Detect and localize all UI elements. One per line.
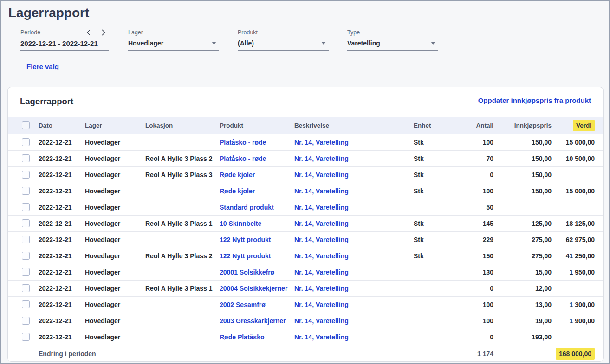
table-footer-row: Endring i perioden 1 174 168 000,00 [8, 345, 603, 362]
cell-verdi: 1 950,00 [552, 264, 603, 280]
table-row: 2022-12-21Hovedlager2002 SesamfrøNr. 14,… [8, 296, 603, 313]
cell-dato: 2022-12-21 [39, 166, 85, 183]
description-link[interactable]: Nr. 14, Varetelling [294, 252, 349, 260]
cell-verdi: 15 000,00 [552, 183, 603, 199]
select-all-checkbox[interactable] [22, 121, 30, 129]
column-header-innkjopspris: Innkjøpspris [493, 117, 552, 134]
cell-innkjopspris: 13,00 [493, 296, 552, 313]
cell-antall: 0 [454, 329, 493, 345]
type-select[interactable]: Varetelling [347, 36, 438, 51]
produkt-field: Produkt (Alle) [238, 29, 329, 51]
row-checkbox[interactable] [22, 317, 30, 325]
cell-lokasjon: Reol A Hylle 3 Plass 1 [145, 215, 220, 231]
more-options-link[interactable]: Flere valg [26, 63, 59, 70]
cell-lokasjon: Reol A Hylle 3 Plass 2 [145, 150, 220, 166]
column-header-antall: Antall [454, 117, 493, 134]
table-row: 2022-12-21HovedlagerStandard produktNr. … [8, 199, 603, 215]
cell-produkt: 20004 Solsikkekjerner [220, 280, 294, 296]
cell-lager: Hovedlager [85, 248, 145, 264]
product-link[interactable]: 10 Skinnbelte [220, 220, 261, 227]
product-link[interactable]: 122 Nytt produkt [220, 252, 271, 260]
product-link[interactable]: Platåsko - røde [220, 139, 266, 146]
cell-produkt: Platåsko - røde [220, 134, 294, 150]
lager-select[interactable]: Hovedlager [128, 36, 219, 51]
row-checkbox[interactable] [22, 138, 30, 146]
cell-lager: Hovedlager [85, 134, 145, 150]
description-link[interactable]: Nr. 14, Varetelling [294, 155, 349, 162]
type-value: Varetelling [347, 39, 380, 47]
description-link[interactable]: Nr. 14, Varetelling [294, 285, 349, 292]
table-row: 2022-12-21HovedlagerReol A Hylle 3 Plass… [8, 215, 603, 231]
cell-antall: 100 [454, 296, 493, 313]
row-checkbox[interactable] [22, 219, 30, 227]
description-link[interactable]: Nr. 14, Varetelling [294, 317, 349, 325]
cell-verdi: 1 900,00 [552, 313, 603, 329]
row-checkbox[interactable] [22, 236, 30, 243]
description-link[interactable]: Nr. 14, Varetelling [294, 236, 349, 243]
description-link[interactable]: Nr. 14, Varetelling [294, 171, 349, 179]
cell-innkjopspris: 125,00 [493, 215, 552, 231]
table-row: 2022-12-21HovedlagerReol A Hylle 3 Plass… [8, 150, 603, 166]
type-field: Type Varetelling [347, 29, 438, 51]
cell-verdi: 15 000,00 [552, 134, 603, 150]
cell-verdi: 62 975,00 [552, 231, 603, 248]
description-link[interactable]: Nr. 14, Varetelling [294, 333, 349, 341]
cell-enhet [414, 313, 454, 329]
cell-innkjopspris: 275,00 [493, 248, 552, 264]
cell-antall: 100 [454, 183, 493, 199]
cell-produkt: Røde kjoler [220, 166, 294, 183]
cell-beskrivelse: Nr. 14, Varetelling [294, 199, 414, 215]
row-checkbox[interactable] [22, 187, 30, 195]
cell-produkt: 122 Nytt produkt [220, 248, 294, 264]
product-link[interactable]: Røde kjoler [220, 171, 255, 179]
product-link[interactable]: 2003 Gresskarkjerner [220, 317, 286, 325]
row-checkbox[interactable] [22, 154, 30, 162]
column-header-beskrivelse: Beskrivelse [294, 117, 414, 134]
page-title: Lagerrapport [8, 6, 89, 20]
previous-period-icon[interactable] [86, 29, 91, 36]
row-checkbox[interactable] [22, 171, 30, 179]
cell-lokasjon [145, 264, 220, 280]
produkt-select[interactable]: (Alle) [238, 36, 329, 51]
description-link[interactable]: Nr. 14, Varetelling [294, 268, 349, 276]
description-link[interactable]: Nr. 14, Varetelling [294, 220, 349, 227]
row-checkbox[interactable] [22, 333, 30, 341]
periode-input[interactable]: 2022-12-21 - 2022-12-21 [20, 36, 109, 51]
row-checkbox[interactable] [22, 284, 30, 292]
row-checkbox[interactable] [22, 252, 30, 260]
row-checkbox[interactable] [22, 203, 30, 211]
product-link[interactable]: 122 Nytt produkt [220, 236, 271, 243]
cell-beskrivelse: Nr. 14, Varetelling [294, 150, 414, 166]
verdi-highlight: Verdi [573, 120, 595, 131]
product-link[interactable]: 20001 Solsikkefrø [220, 268, 274, 276]
table-header-row: Dato Lager Lokasjon Produkt Beskrivelse … [8, 117, 603, 134]
table-row: 2022-12-21Hovedlager2003 Gresskarkjerner… [8, 313, 603, 329]
cell-lokasjon: Reol A Hylle 3 Plass 2 [145, 248, 220, 264]
table-row: 2022-12-21HovedlagerRøde kjolerNr. 14, V… [8, 183, 603, 199]
cell-verdi [552, 199, 603, 215]
row-checkbox[interactable] [22, 300, 30, 308]
description-link[interactable]: Nr. 14, Varetelling [294, 139, 349, 146]
product-link[interactable]: Røde Platåsko [220, 333, 264, 341]
product-link[interactable]: 2002 Sesamfrø [220, 301, 266, 308]
footer-verdi: 168 000,00 [552, 345, 603, 362]
cell-enhet: Stk [414, 231, 454, 248]
cell-lager: Hovedlager [85, 183, 145, 199]
cell-dato: 2022-12-21 [39, 231, 85, 248]
description-link[interactable]: Nr. 14, Varetelling [294, 187, 349, 195]
cell-dato: 2022-12-21 [39, 329, 85, 345]
product-link[interactable]: Standard produkt [220, 204, 274, 211]
update-purchase-price-link[interactable]: Oppdater innkjøpspris fra produkt [478, 96, 591, 104]
product-link[interactable]: Platåsko - røde [220, 155, 266, 162]
filter-bar: Periode 2022-12-21 - 2022-12-21 Lager Ho… [20, 29, 457, 51]
product-link[interactable]: 20004 Solsikkekjerner [220, 285, 287, 292]
cell-beskrivelse: Nr. 14, Varetelling [294, 313, 414, 329]
cell-antall: 150 [454, 248, 493, 264]
product-link[interactable]: Røde kjoler [220, 187, 255, 195]
row-checkbox[interactable] [22, 268, 30, 276]
cell-innkjopspris: 150,00 [493, 134, 552, 150]
cell-enhet: Stk [414, 134, 454, 150]
description-link[interactable]: Nr. 14, Varetelling [294, 301, 349, 308]
description-link[interactable]: Nr. 14, Varetelling [294, 204, 349, 211]
next-period-icon[interactable] [101, 29, 106, 36]
